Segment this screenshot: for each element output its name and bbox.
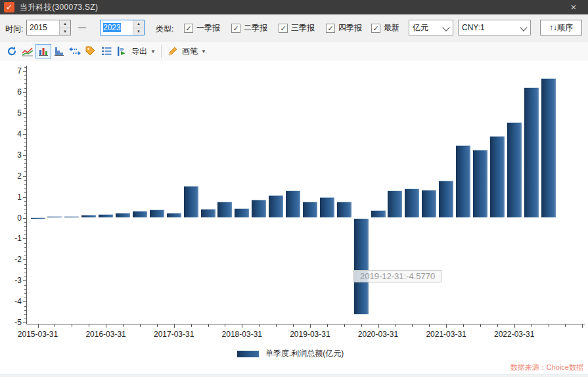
area-chart-icon[interactable] <box>51 44 67 58</box>
checkbox-report-type-1[interactable]: ✓一季报 <box>184 22 220 33</box>
list-icon[interactable] <box>99 44 114 58</box>
bar[interactable] <box>269 195 283 218</box>
bar[interactable] <box>116 213 130 218</box>
export-flag-icon[interactable] <box>114 44 130 58</box>
bar[interactable] <box>201 209 215 217</box>
checkbox-check-icon[interactable]: ✓ <box>184 24 193 33</box>
x-tick <box>531 324 532 327</box>
bar[interactable] <box>422 190 436 217</box>
x-tick <box>123 324 124 327</box>
y-tick-label: -2 <box>3 255 22 264</box>
checkbox-label: 二季报 <box>244 22 267 33</box>
bar[interactable] <box>217 202 232 218</box>
tag-icon[interactable] <box>83 44 99 58</box>
time-label: 时间: <box>5 24 23 35</box>
bar[interactable] <box>388 190 402 218</box>
spin-down-icon[interactable]: ▼ <box>60 28 70 35</box>
checkbox-check-icon[interactable]: ✓ <box>371 24 380 33</box>
refresh-icon[interactable] <box>4 44 20 58</box>
bar[interactable] <box>320 197 334 218</box>
bar[interactable] <box>31 217 45 219</box>
bar[interactable] <box>303 202 317 217</box>
bar[interactable] <box>490 136 505 217</box>
checkbox-check-icon[interactable]: ✓ <box>231 24 240 33</box>
checkbox-check-icon[interactable]: ✓ <box>279 24 288 33</box>
spin-up-icon[interactable]: ▲ <box>60 20 70 28</box>
y-major-tick <box>23 197 26 198</box>
pen-dropdown-icon[interactable]: ▼ <box>201 49 206 55</box>
checkbox-check-icon[interactable]: ✓ <box>326 24 335 33</box>
bar[interactable] <box>184 186 198 218</box>
y-minor-tick <box>24 210 26 210</box>
spin-up-icon[interactable]: ▲ <box>133 20 144 28</box>
bar[interactable] <box>150 210 164 218</box>
checkbox-report-type-4[interactable]: ✓四季报 <box>326 22 362 33</box>
chevron-down-icon <box>520 24 527 31</box>
checkbox-report-type-5[interactable]: ✓最新 <box>371 22 399 33</box>
y-minor-tick <box>24 88 26 89</box>
bar[interactable] <box>47 216 62 218</box>
y-major-tick <box>23 113 26 114</box>
y-minor-tick <box>24 310 26 311</box>
currency-select[interactable]: CNY:1 <box>458 20 531 35</box>
x-tick-label: 2021-03-31 <box>426 330 466 339</box>
spinner-buttons[interactable]: ▲▼ <box>133 20 144 35</box>
spinner-buttons[interactable]: ▲▼ <box>59 20 70 35</box>
y-minor-tick <box>24 163 26 164</box>
bar[interactable] <box>371 210 386 217</box>
bar[interactable] <box>252 200 266 217</box>
x-tick-label: 2017-03-31 <box>154 330 194 339</box>
bar[interactable] <box>64 216 79 217</box>
checkbox-report-type-3[interactable]: ✓三季报 <box>279 22 315 33</box>
y-minor-tick <box>24 96 26 97</box>
close-icon[interactable]: × <box>566 0 581 14</box>
bar[interactable] <box>235 208 249 218</box>
data-source-label: 数据来源：Choice数据 <box>510 363 583 372</box>
unit-select[interactable]: 亿元 <box>409 20 453 35</box>
bar-chart-icon[interactable] <box>35 44 51 58</box>
export-label[interactable]: 导出 <box>131 46 147 57</box>
bar[interactable] <box>133 211 147 217</box>
year-from-spinner[interactable]: 2015 ▲▼ <box>26 20 71 35</box>
bar[interactable] <box>99 214 113 218</box>
y-minor-tick <box>24 293 26 294</box>
y-axis-line <box>26 66 27 324</box>
year-to-value[interactable]: 2023 <box>101 20 133 35</box>
export-dropdown-icon[interactable]: ▼ <box>150 49 156 55</box>
bar[interactable] <box>473 150 487 218</box>
checkbox-report-type-2[interactable]: ✓二季报 <box>231 22 267 33</box>
y-minor-tick <box>24 188 26 189</box>
year-from-value[interactable]: 2015 <box>27 20 59 35</box>
bar[interactable] <box>337 202 351 218</box>
bar[interactable] <box>286 190 300 218</box>
x-tick <box>55 324 55 327</box>
x-tick <box>191 324 192 327</box>
spin-down-icon[interactable]: ▼ <box>133 28 144 35</box>
year-to-spinner[interactable]: 2023 ▲▼ <box>100 20 145 35</box>
pen-label[interactable]: 画笔 <box>182 46 198 57</box>
y-minor-tick <box>24 314 26 315</box>
bar[interactable] <box>354 219 369 315</box>
quarterly-profit-chart[interactable]: 76543210-1-2-3-4-52015-03-312016-03-3120… <box>0 61 588 377</box>
bar[interactable] <box>541 78 556 217</box>
y-minor-tick <box>24 129 26 130</box>
checkbox-label: 三季报 <box>291 22 315 33</box>
bar[interactable] <box>81 215 96 217</box>
bar[interactable] <box>167 213 181 218</box>
bar[interactable] <box>507 122 522 218</box>
x-tick <box>174 324 175 328</box>
sort-order-button[interactable]: ↑↓顺序 <box>540 20 582 35</box>
x-tick <box>38 324 39 328</box>
compare-arrows-icon[interactable] <box>67 44 83 58</box>
bar[interactable] <box>524 87 539 218</box>
bar[interactable] <box>456 145 470 218</box>
y-minor-tick <box>24 201 26 202</box>
x-tick <box>310 324 311 328</box>
y-major-tick <box>23 176 26 177</box>
pencil-icon[interactable] <box>165 44 181 58</box>
line-chart-icon[interactable] <box>20 44 35 58</box>
x-tick <box>429 324 430 327</box>
bar[interactable] <box>405 188 419 218</box>
bar[interactable] <box>439 181 453 218</box>
y-minor-tick <box>24 234 26 235</box>
